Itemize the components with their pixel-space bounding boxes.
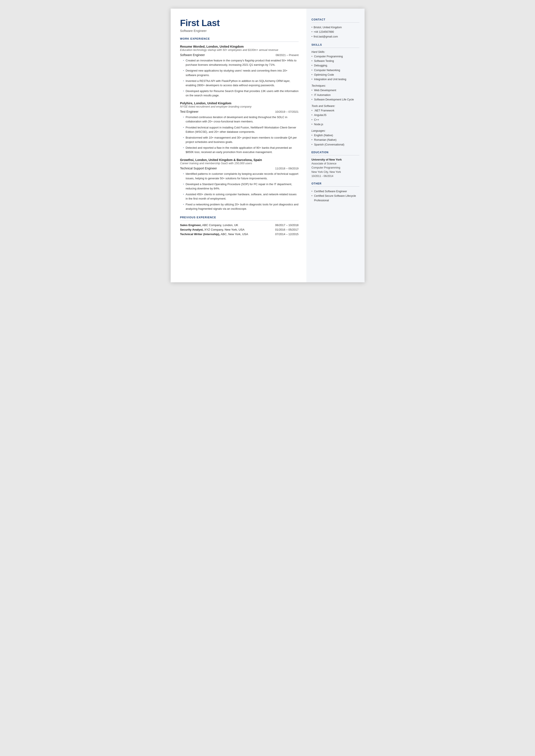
education-block: University of New York Associate of Scie… [312, 158, 359, 179]
contact-phone: +44 1234567890 [312, 30, 359, 34]
company-2-rest: London, United Kingdom [193, 101, 231, 105]
job-1: Resume Worded, London, United Kingdom Ed… [180, 45, 299, 98]
edu-school: University of New York [312, 158, 359, 161]
company-3: Growthsi, [180, 158, 195, 162]
bullet-item: Invented a RESTful API with Flask/Python… [183, 79, 299, 88]
prev-exp-3-dates: 07/2014 – 12/2015 [275, 233, 298, 236]
hard-skills-label: Hard Skills: [312, 50, 359, 53]
tool-item: Node.js [312, 122, 359, 127]
employer-2-desc: NYSE-listed recruitment and employer bra… [180, 105, 299, 108]
job-2-bullets: Promoted continuous iteration of develop… [180, 115, 299, 154]
role-2-title: Test Engineer [180, 110, 199, 113]
tool-item: C++ [312, 118, 359, 122]
edu-degree: Associate of Science [312, 162, 359, 166]
education-divider [312, 155, 359, 155]
resume-page: First Last Software Engineer WORK EXPERI… [171, 9, 365, 282]
other-list: Certified Software Engineer Certified Se… [312, 189, 359, 203]
bullet-item: Fixed a networking problem by utilizing … [183, 202, 299, 211]
employer-3-desc: Career training and membership SaaS with… [180, 162, 299, 165]
bullet-item: Identified patterns in customer complain… [183, 172, 299, 181]
prev-exp-1-dates: 06/2017 – 10/2018 [275, 223, 298, 227]
tools-list: .NET Framework AngularJS C++ Node.js [312, 108, 359, 127]
employer-1-desc: Education technology startup with 50+ em… [180, 48, 299, 51]
technique-item: IT Automation [312, 93, 359, 98]
bullet-item: Created an innovative feature in the com… [183, 58, 299, 67]
work-experience-title: WORK EXPERIENCE [180, 37, 299, 40]
company-1-rest: London, United Kingdom [206, 45, 244, 48]
role-3-title: Technical Support Engineer [180, 167, 217, 170]
other-title: OTHER [312, 182, 359, 185]
job-3-bullets: Identified patterns in customer complain… [180, 172, 299, 211]
bullet-item: Designed new applications by studying us… [183, 69, 299, 77]
role-3-dates: 11/2018 – 09/2019 [275, 167, 298, 170]
hard-skills-list: Computer Programming Software Testing De… [312, 54, 359, 82]
prev-exp-2-dates: 01/2016 – 05/2017 [275, 228, 298, 231]
bullet-item: Developed applets for Resume Search Engi… [183, 89, 299, 98]
prev-exp-title: PREVIOUS EXPERIENCE [180, 216, 299, 219]
other-item: Certified Software Engineer [312, 189, 359, 194]
bullet-item: Promoted continuous iteration of develop… [183, 115, 299, 124]
role-row-2: Test Engineer 10/2019 – 07/2021 [180, 110, 299, 113]
contact-title: CONTACT [312, 18, 359, 21]
full-name: First Last [180, 18, 299, 28]
bullet-item: Provided technical support in installing… [183, 126, 299, 134]
prev-exp-3: Technical Writer (Internship), ABC, New … [180, 233, 299, 236]
contact-email: first.last@gmail.com [312, 35, 359, 39]
education-title: EDUCATION [312, 151, 359, 154]
prev-exp-1-label: Sales Engineer, ABC Company, London, UK [180, 223, 238, 227]
bullet-item: Developed a Standard Operating Procedure… [183, 182, 299, 191]
tools-label: Tools and Software: [312, 104, 359, 107]
technique-item: Web Development [312, 88, 359, 93]
skill-item: Optimizing Code [312, 72, 359, 77]
role-2-dates: 10/2019 – 07/2021 [275, 110, 298, 113]
skill-item: Computer Networking [312, 68, 359, 72]
employer-2-name: Polyhire, London, United Kingdom [180, 101, 299, 105]
bullet-item: Assisted 450+ clients in solving compute… [183, 192, 299, 201]
tool-item: AngularJS [312, 113, 359, 118]
prev-exp-2: Security Analyst, XYZ Company, New York,… [180, 228, 299, 231]
job-title: Software Engineer [180, 29, 299, 33]
languages-label: Languages: [312, 129, 359, 132]
prev-exp-2-label: Security Analyst, XYZ Company, New York,… [180, 228, 244, 231]
role-row-3: Technical Support Engineer 11/2018 – 09/… [180, 167, 299, 170]
edu-location: New York City, New York [312, 170, 359, 174]
techniques-list: Web Development IT Automation Software D… [312, 88, 359, 102]
skill-item: Integration and Unit testing [312, 77, 359, 82]
language-item: English (Native) [312, 133, 359, 138]
contact-address: Bristol, United Kingdom [312, 25, 359, 30]
work-divider [180, 42, 299, 42]
techniques-label: Techniques: [312, 84, 359, 87]
skill-item: Computer Programming [312, 54, 359, 59]
employer-1-name: Resume Worded, London, United Kingdom [180, 45, 299, 48]
employer-3-name: Growthsi, London, United Kingdom & Barce… [180, 158, 299, 162]
role-row-1: Software Engineer 08/2021 – Present [180, 53, 299, 57]
job-3: Growthsi, London, United Kingdom & Barce… [180, 158, 299, 211]
technique-item: Software Development Life Cycle [312, 98, 359, 102]
role-1-title: Software Engineer [180, 53, 205, 57]
company-3-rest: London, United Kingdom & Barcelona, Spai… [194, 158, 262, 162]
left-column: First Last Software Engineer WORK EXPERI… [171, 9, 306, 282]
job-2: Polyhire, London, United Kingdom NYSE-li… [180, 101, 299, 154]
bullet-item: Brainstormed with 10+ management and 30+… [183, 136, 299, 144]
edu-field: Computer Programming [312, 166, 359, 170]
job-1-bullets: Created an innovative feature in the com… [180, 58, 299, 98]
tool-item: .NET Framework [312, 108, 359, 113]
name-block: First Last Software Engineer [180, 18, 299, 33]
skills-title: SKILLS [312, 43, 359, 46]
prev-exp-3-label: Technical Writer (Internship), ABC, New … [180, 233, 248, 236]
company-2: Polyhire, [180, 101, 193, 105]
right-column: CONTACT Bristol, United Kingdom +44 1234… [306, 9, 365, 282]
company-1: Resume Worded, [180, 45, 206, 48]
prev-exp-1: Sales Engineer, ABC Company, London, UK … [180, 223, 299, 227]
other-divider [312, 186, 359, 187]
language-item: Spanish (Conversational) [312, 142, 359, 147]
contact-list: Bristol, United Kingdom +44 1234567890 f… [312, 25, 359, 39]
edu-dates: 10/2011 - 06/2014 [312, 174, 359, 178]
skill-item: Debugging. [312, 63, 359, 68]
language-item: Romanian (Native) [312, 138, 359, 142]
bullet-item: Detected and reported a flaw in the mobi… [183, 146, 299, 154]
other-item: Certified Secure Software Lifecycle Prof… [312, 194, 359, 203]
role-1-dates: 08/2021 – Present [276, 53, 298, 57]
contact-divider [312, 22, 359, 23]
skill-item: Software Testing [312, 59, 359, 63]
